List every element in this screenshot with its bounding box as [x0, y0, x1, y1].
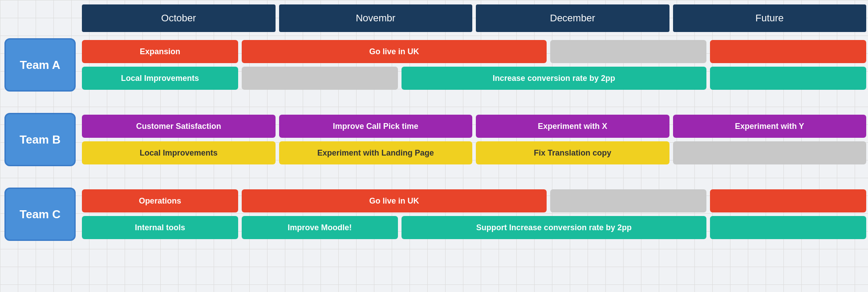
team-a-empty-dec	[550, 40, 706, 63]
team-c-rows: Operations Go live in UK Internal tools …	[80, 189, 868, 239]
team-a-row-1: Expansion Go live in UK	[80, 40, 868, 63]
team-b-row-1: Customer Satisfaction Improve Call Pick …	[80, 115, 868, 138]
team-b-fix-translation: Fix Translation copy	[476, 141, 669, 164]
team-c-label: Team C	[4, 188, 76, 241]
team-b-customer-sat: Customer Satisfaction	[82, 115, 276, 138]
team-c-teal-future	[710, 216, 866, 239]
team-c-improve-moodle: Improve Moodle!	[242, 216, 398, 239]
header-december: December	[476, 4, 669, 32]
team-a-go-live-us	[710, 40, 866, 63]
team-c-support-conversion: Support Increase conversion rate by 2pp	[402, 216, 707, 239]
sep-2	[0, 174, 868, 183]
team-b-call-pick: Improve Call Pick time	[279, 115, 473, 138]
header-row: October Novembr December Future	[80, 4, 868, 32]
team-c-internal-tools: Internal tools	[82, 216, 238, 239]
sep-1	[0, 100, 868, 108]
team-c-row-2: Internal tools Improve Moodle! Support I…	[80, 216, 868, 239]
team-a-gray-1	[242, 67, 398, 90]
team-b-experiment-x: Experiment with X	[476, 115, 669, 138]
team-b-local-improvements: Local Improvements	[82, 141, 276, 164]
team-b-gray	[673, 141, 867, 164]
team-a-local-improvements: Local Improvements	[82, 67, 238, 90]
team-c-row-1: Operations Go live in UK	[80, 189, 868, 212]
team-b-experiment-y: Experiment with Y	[673, 115, 867, 138]
team-b-experiment-landing: Experiment with Landing Page	[279, 141, 473, 164]
header-future: Future	[673, 4, 867, 32]
team-c-empty-dec	[550, 189, 706, 212]
team-a-label: Team A	[4, 38, 76, 92]
header-october: October	[82, 4, 276, 32]
team-a-section: Team A Expansion Go live in UK Local Imp…	[0, 34, 868, 96]
team-c-section: Team C Operations Go live in UK Internal…	[0, 183, 868, 245]
team-a-conversion: Increase conversion rate by 2pp	[402, 67, 707, 90]
team-c-operations: Operations	[82, 189, 238, 212]
team-a-expansion: Expansion	[82, 40, 238, 63]
roadmap-container: October Novembr December Future Team A E…	[0, 0, 868, 253]
team-b-row-2: Local Improvements Experiment with Landi…	[80, 141, 868, 164]
team-c-go-live-uk: Go live in UK	[242, 189, 547, 212]
team-a-teal-future	[710, 67, 866, 90]
header-november: Novembr	[279, 4, 473, 32]
team-b-label: Team B	[4, 113, 76, 166]
team-a-row-2: Local Improvements Increase conversion r…	[80, 67, 868, 90]
team-b-section: Team B Customer Satisfaction Improve Cal…	[0, 108, 868, 171]
team-c-go-live-us	[710, 189, 866, 212]
team-b-rows: Customer Satisfaction Improve Call Pick …	[80, 115, 868, 164]
team-a-rows: Expansion Go live in UK Local Improvemen…	[80, 40, 868, 90]
team-a-go-live-uk: Go live in UK	[242, 40, 547, 63]
